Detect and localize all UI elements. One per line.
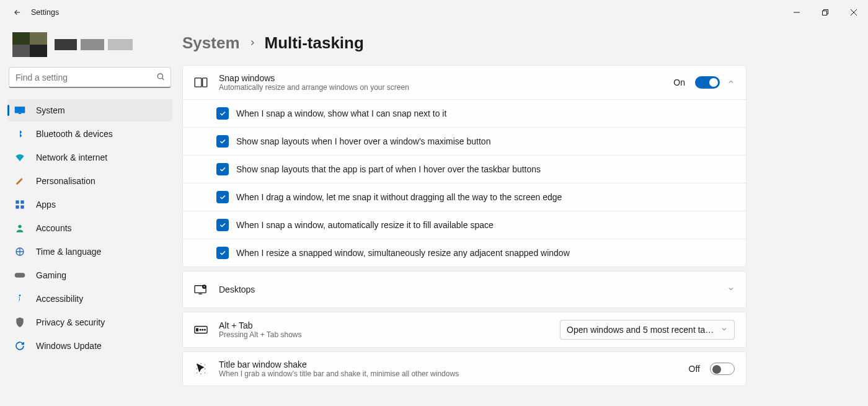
svg-rect-6 (20, 200, 24, 203)
person-icon (14, 222, 26, 234)
globe-clock-icon (14, 245, 26, 258)
sidebar-item-label: Gaming (36, 270, 66, 280)
snap-option-row: When I snap a window, show what I can sn… (183, 100, 746, 128)
window-controls (782, 0, 868, 25)
breadcrumb: System Multi-tasking (182, 33, 853, 53)
shake-title: Title bar window shake (219, 360, 678, 369)
snap-option-row: Show snap layouts when I hover over a wi… (183, 128, 746, 156)
titlebar: Settings (0, 0, 868, 25)
breadcrumb-root[interactable]: System (182, 33, 240, 53)
snap-option-row: Show snap layouts that the app is part o… (183, 156, 746, 183)
svg-rect-14 (203, 78, 207, 87)
cursor-icon (194, 362, 208, 376)
svg-point-12 (19, 294, 21, 296)
sidebar-item-apps[interactable]: Apps (7, 193, 172, 216)
sidebar-item-label: Privacy & security (36, 317, 105, 327)
svg-rect-8 (20, 205, 24, 208)
bluetooth-icon (14, 128, 26, 140)
close-button[interactable] (839, 0, 868, 25)
alt-tab-panel: Alt + Tab Pressing Alt + Tab shows Open … (182, 312, 746, 348)
svg-point-20 (202, 329, 203, 330)
minimize-button[interactable] (782, 0, 811, 25)
svg-rect-7 (16, 205, 19, 208)
update-icon (14, 340, 26, 352)
sidebar-item-time-language[interactable]: Time & language (7, 241, 172, 263)
checkbox-snap-assist[interactable] (216, 107, 229, 120)
avatar (12, 32, 47, 57)
sidebar-item-network[interactable]: Network & internet (7, 146, 172, 169)
snap-toggle[interactable] (695, 76, 720, 89)
checkbox-snap-resize-adjacent[interactable] (216, 247, 229, 259)
sidebar-item-label: Apps (36, 200, 56, 210)
user-block[interactable] (7, 30, 172, 67)
checkbox-snap-resize-fill[interactable] (216, 219, 229, 231)
search-input[interactable] (9, 67, 171, 88)
display-icon (14, 104, 26, 117)
sidebar: System Bluetooth & devices Network & int… (0, 25, 180, 406)
desktops-header[interactable]: Desktops (183, 271, 746, 307)
svg-rect-1 (823, 11, 827, 15)
sidebar-item-system[interactable]: System (7, 99, 172, 121)
svg-rect-18 (197, 329, 198, 331)
snap-layout-icon (194, 76, 208, 89)
sidebar-item-label: Network & internet (36, 152, 107, 162)
search-icon (156, 73, 165, 83)
snap-title: Snap windows (219, 73, 662, 83)
shake-subtitle: When I grab a window's title bar and sha… (219, 369, 678, 378)
sidebar-item-label: Personalisation (36, 176, 95, 186)
snap-option-label: Show snap layouts that the app is part o… (236, 164, 541, 174)
main-content: System Multi-tasking Snap windows Automa… (180, 25, 868, 406)
sidebar-item-label: Windows Update (36, 341, 102, 351)
title-bar-shake-header[interactable]: Title bar window shake When I grab a win… (183, 352, 746, 386)
apps-icon (14, 198, 26, 211)
sidebar-item-accounts[interactable]: Accounts (7, 217, 172, 239)
sidebar-item-label: Time & language (36, 247, 101, 257)
alt-tab-selected: Open windows and 5 most recent tabs in M (567, 325, 715, 335)
wifi-icon (14, 151, 26, 164)
nav-list: System Bluetooth & devices Network & int… (7, 99, 172, 357)
maximize-button[interactable] (811, 0, 839, 25)
desktops-icon (194, 283, 208, 296)
search-container (9, 67, 171, 88)
chevron-down-icon (720, 325, 728, 335)
checkbox-snap-layouts-hover[interactable] (216, 135, 229, 148)
back-button[interactable] (5, 0, 30, 25)
sidebar-item-privacy[interactable]: Privacy & security (7, 311, 172, 333)
shield-icon (14, 316, 26, 329)
sidebar-item-accessibility[interactable]: Accessibility (7, 288, 172, 310)
alt-tab-dropdown[interactable]: Open windows and 5 most recent tabs in M (560, 320, 735, 340)
svg-point-21 (205, 329, 206, 330)
checkbox-snap-taskbar[interactable] (216, 163, 229, 175)
snap-option-label: When I snap a window, show what I can sn… (236, 108, 446, 118)
snap-option-label: Show snap layouts when I hover over a wi… (236, 136, 490, 146)
snap-windows-header[interactable]: Snap windows Automatically resize and ar… (183, 66, 746, 99)
svg-point-2 (157, 74, 162, 79)
snap-option-label: When I resize a snapped window, simultan… (236, 248, 570, 258)
snap-option-label: When I snap a window, automatically resi… (236, 220, 494, 230)
sidebar-item-personalisation[interactable]: Personalisation (7, 170, 172, 192)
title-bar-shake-panel: Title bar window shake When I grab a win… (182, 351, 746, 386)
page-title: Multi-tasking (265, 33, 364, 53)
checkbox-snap-drag[interactable] (216, 191, 229, 203)
chevron-down-icon (727, 285, 735, 294)
snap-option-label: When I drag a window, let me snap it wit… (236, 192, 562, 202)
svg-rect-11 (15, 273, 25, 278)
sidebar-item-windows-update[interactable]: Windows Update (7, 335, 172, 357)
chevron-up-icon (727, 77, 735, 87)
snap-option-row: When I snap a window, automatically resi… (183, 211, 746, 239)
sidebar-item-bluetooth[interactable]: Bluetooth & devices (7, 123, 172, 145)
snap-option-row: When I resize a snapped window, simultan… (183, 239, 746, 267)
sidebar-item-label: System (36, 105, 65, 115)
shake-toggle[interactable] (710, 363, 735, 375)
snap-option-row: When I drag a window, let me snap it wit… (183, 183, 746, 211)
gamepad-icon (14, 269, 26, 281)
shake-toggle-label: Off (689, 364, 700, 374)
svg-rect-5 (16, 200, 19, 203)
svg-rect-13 (195, 78, 202, 87)
alt-tab-title: Alt + Tab (219, 320, 549, 330)
alt-tab-header[interactable]: Alt + Tab Pressing Alt + Tab shows Open … (183, 312, 746, 347)
sidebar-item-gaming[interactable]: Gaming (7, 264, 172, 286)
snap-windows-panel: Snap windows Automatically resize and ar… (182, 65, 746, 267)
snap-options-list: When I snap a window, show what I can sn… (183, 99, 746, 267)
sidebar-item-label: Accounts (36, 223, 72, 233)
